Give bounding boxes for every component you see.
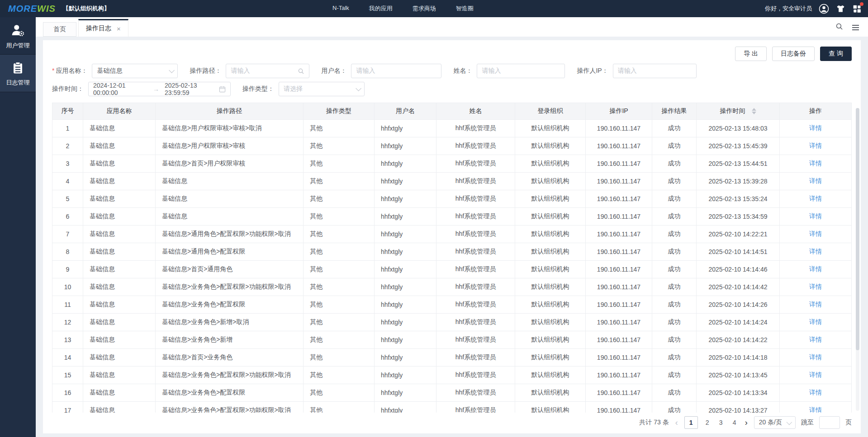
cell-op-type: 其他 [304, 367, 375, 384]
search-icon[interactable] [298, 68, 304, 75]
cell-username: hhfxtgly [375, 367, 436, 384]
col-header-action: 操作 [780, 103, 852, 120]
table-row: 2 基础信息 基础信息>用户权限审核>审核 其他 hhfxtgly hhf系统管… [52, 137, 852, 155]
cell-app-name: 基础信息 [83, 243, 156, 261]
cell-app-name: 基础信息 [83, 367, 156, 384]
detail-link[interactable]: 详情 [809, 265, 822, 273]
detail-link[interactable]: 详情 [809, 212, 822, 220]
query-button[interactable]: 查 询 [820, 47, 852, 61]
cell-op-path: 基础信息>业务角色>新增>取消 [156, 314, 304, 331]
detail-link[interactable]: 详情 [809, 371, 822, 378]
tab-operation-log-label: 操作日志 [86, 24, 111, 33]
cell-op-path: 基础信息>业务角色>配置权限>功能权限>取消 [156, 367, 304, 384]
cell-action: 详情 [780, 296, 852, 314]
nav-item-demand-mall[interactable]: 需求商场 [413, 5, 436, 13]
topbar-right: 你好，安全审计员 [765, 4, 862, 14]
cell-op-time: 2025-02-13 15:39:28 [697, 173, 780, 190]
username-input[interactable]: 请输入 [351, 64, 441, 78]
op-type-select[interactable]: 请选择 [279, 82, 365, 96]
page-number-1[interactable]: 1 [684, 416, 698, 429]
cell-seq: 11 [52, 296, 83, 314]
detail-link[interactable]: 详情 [809, 283, 822, 290]
cell-seq: 15 [52, 367, 83, 384]
cell-action: 详情 [780, 120, 852, 137]
next-page-icon[interactable]: › [744, 418, 749, 427]
user-gear-icon [10, 23, 25, 39]
detail-link[interactable]: 详情 [809, 318, 822, 325]
op-path-input[interactable]: 请输入 [226, 64, 309, 78]
cell-op-time: 2025-02-10 14:14:51 [697, 243, 780, 261]
detail-link[interactable]: 详情 [809, 160, 822, 167]
detail-link[interactable]: 详情 [809, 336, 822, 343]
apps-grid-icon[interactable] [852, 4, 862, 14]
cell-login-org: 默认组织机构 [515, 261, 586, 278]
cell-name: hhf系统管理员 [436, 155, 515, 173]
detail-link[interactable]: 详情 [809, 248, 822, 255]
app-name-select[interactable]: 基础信息 [92, 64, 178, 78]
detail-link[interactable]: 详情 [809, 177, 822, 184]
app-logo[interactable]: MOREWIS [8, 4, 56, 14]
name-input[interactable]: 请输入 [477, 64, 565, 78]
detail-link[interactable]: 详情 [809, 301, 822, 308]
cell-name: hhf系统管理员 [436, 226, 515, 243]
col-header-op-time[interactable]: 操作时间 [697, 103, 780, 120]
cell-login-org: 默认组织机构 [515, 120, 586, 137]
export-button[interactable]: 导 出 [735, 47, 767, 61]
nav-item-my-apps[interactable]: 我的应用 [369, 5, 393, 13]
cell-app-name: 基础信息 [83, 120, 156, 137]
cell-op-ip: 190.160.11.147 [586, 137, 652, 155]
detail-link[interactable]: 详情 [809, 124, 822, 132]
pagination: 共计 73 条 ‹ 1 2 3 4 › 20 条/页 跳至 页 [639, 416, 852, 429]
page-size-select[interactable]: 20 条/页 [754, 416, 796, 429]
page-number-4[interactable]: 4 [730, 419, 739, 426]
cell-op-ip: 190.160.11.147 [586, 367, 652, 384]
close-icon[interactable]: × [117, 25, 121, 32]
cell-name: hhf系统管理员 [436, 208, 515, 226]
page-number-3[interactable]: 3 [717, 419, 725, 426]
table-row: 9 基础信息 基础信息>首页>通用角色 其他 hhfxtgly hhf系统管理员… [52, 261, 852, 278]
detail-link[interactable]: 详情 [809, 389, 822, 396]
cell-op-path: 基础信息>通用角色>配置权限 [156, 243, 304, 261]
cell-op-time: 2025-02-13 15:44:51 [697, 155, 780, 173]
nav-item-zhizaoquan[interactable]: 智造圈 [456, 5, 474, 13]
menu-icon[interactable] [852, 25, 859, 30]
page-size-value: 20 条/页 [759, 418, 782, 427]
table-row: 1 基础信息 基础信息>用户权限审核>审核>取消 其他 hhfxtgly hhf… [52, 120, 852, 137]
page-number-2[interactable]: 2 [703, 419, 711, 426]
shirt-icon[interactable] [836, 4, 845, 14]
cell-seq: 7 [52, 226, 83, 243]
op-time-range-picker[interactable]: 2024-12-01 00:00:00 → 2025-02-13 23:59:5… [88, 82, 231, 96]
app-name-value: 基础信息 [97, 67, 122, 75]
tab-home[interactable]: 首页 [43, 22, 76, 37]
calendar-icon[interactable] [219, 86, 226, 93]
detail-link[interactable]: 详情 [809, 142, 822, 149]
tabbar-icons [835, 23, 868, 32]
app-name-label: *应用名称： [52, 67, 87, 75]
detail-link[interactable]: 详情 [809, 195, 822, 202]
log-backup-button[interactable]: 日志备份 [772, 47, 815, 61]
jump-page-input[interactable] [819, 416, 840, 429]
op-time-end: 2025-02-13 23:59:59 [165, 82, 219, 96]
sidebar-item-label: 用户管理 [6, 42, 30, 48]
op-ip-input[interactable]: 请输入 [613, 64, 697, 78]
tab-operation-log[interactable]: 操作日志 × [78, 19, 128, 37]
scrollbar-thumb[interactable] [856, 108, 859, 350]
cell-op-time: 2025-02-13 15:35:24 [697, 190, 780, 208]
cell-op-result: 成功 [652, 243, 697, 261]
sort-icon[interactable] [752, 108, 756, 114]
sidebar-item-log-management[interactable]: 日志管理 [0, 55, 36, 92]
cell-name: hhf系统管理员 [436, 190, 515, 208]
detail-link[interactable]: 详情 [809, 230, 822, 237]
sidebar-item-user-management[interactable]: 用户管理 [0, 17, 36, 55]
detail-link[interactable]: 详情 [809, 406, 822, 413]
avatar-icon[interactable] [819, 4, 829, 14]
cell-op-path: 基础信息>用户权限审核>审核 [156, 137, 304, 155]
prev-page-icon[interactable]: ‹ [674, 418, 679, 427]
cell-op-ip: 190.160.11.147 [586, 226, 652, 243]
cell-op-result: 成功 [652, 226, 697, 243]
detail-link[interactable]: 详情 [809, 353, 822, 361]
nav-item-ntalk[interactable]: N-Talk [332, 5, 349, 13]
search-icon[interactable] [835, 23, 843, 32]
cell-op-ip: 190.160.11.147 [586, 261, 652, 278]
current-org-label: 【默认组织机构】 [63, 5, 110, 13]
